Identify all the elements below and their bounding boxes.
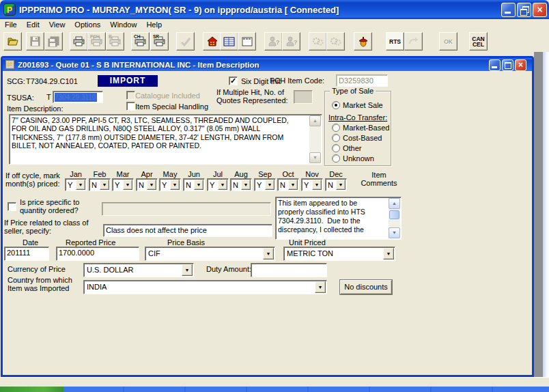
dialog-title: Z001693 - Quote 01 - S B INTERNATIONAL I… bbox=[18, 61, 259, 69]
quantity-field bbox=[102, 202, 271, 216]
cost-based-radio[interactable] bbox=[332, 134, 340, 142]
scroll-down-icon[interactable]: ▼ bbox=[309, 152, 321, 163]
market-based-radio[interactable] bbox=[332, 124, 340, 132]
chevron-down-icon[interactable]: ▼ bbox=[194, 180, 203, 190]
dialog-minimize-button[interactable] bbox=[489, 59, 501, 71]
chevron-down-icon[interactable]: ▼ bbox=[383, 248, 394, 260]
month-value: N bbox=[139, 181, 144, 189]
month-priced-dropdown-sep[interactable]: Y▼ bbox=[254, 178, 276, 191]
class-of-seller-label: If Price related to class of seller, spe… bbox=[4, 219, 89, 235]
class-of-seller-field[interactable]: Class does not affect the price bbox=[103, 224, 272, 237]
month-priced-dropdown-may[interactable]: Y▼ bbox=[159, 178, 181, 191]
dialog-close-button[interactable]: × bbox=[515, 59, 526, 71]
menu-item-edit[interactable]: Edit bbox=[22, 20, 44, 29]
toolbar-window-button[interactable] bbox=[238, 32, 256, 51]
item-comments-textarea[interactable]: This item appeared to be properly classi… bbox=[275, 197, 402, 240]
item-special-handling-checkbox[interactable] bbox=[126, 102, 135, 111]
unit-priced-label: Unit Priced bbox=[289, 238, 326, 247]
chevron-down-icon[interactable]: ▼ bbox=[315, 281, 326, 293]
menu-item-help[interactable]: Help bbox=[141, 20, 167, 29]
start-button[interactable] bbox=[0, 387, 64, 392]
close-icon: × bbox=[516, 60, 526, 70]
chevron-down-icon[interactable]: ▼ bbox=[265, 180, 274, 190]
chevron-down-icon[interactable]: ▼ bbox=[170, 180, 180, 190]
toolbar-print-sr-button[interactable]: SR bbox=[150, 32, 169, 51]
month-priced-dropdown-jul[interactable]: Y▼ bbox=[207, 178, 229, 191]
month-priced-dropdown-dec[interactable]: N▼ bbox=[325, 178, 347, 191]
minimize-button[interactable] bbox=[501, 3, 516, 17]
app-icon: P bbox=[3, 3, 16, 16]
chevron-down-icon[interactable]: ▼ bbox=[147, 180, 156, 190]
tsusa-field[interactable]: 7304.29.3110 bbox=[53, 91, 103, 103]
other-label: Other bbox=[343, 144, 362, 152]
toolbar-rts-button[interactable]: RTS bbox=[386, 32, 404, 51]
market-sale-radio[interactable] bbox=[332, 101, 340, 109]
month-label-aug: Aug bbox=[229, 170, 253, 178]
date-label: Date bbox=[23, 238, 38, 247]
close-button[interactable]: × bbox=[533, 3, 547, 17]
toolbar-home-button[interactable] bbox=[203, 32, 221, 51]
chevron-down-icon[interactable]: ▼ bbox=[241, 180, 251, 190]
chevron-down-icon[interactable]: ▼ bbox=[218, 180, 227, 190]
menubar: FileEditViewOptionsWindowHelp bbox=[0, 19, 549, 30]
market-based-label: Market-Based bbox=[343, 124, 389, 132]
chevron-down-icon[interactable]: ▼ bbox=[100, 180, 109, 190]
scg-value: T7304.29.C101 bbox=[26, 77, 78, 85]
toolbar-print-ch-button[interactable]: CH bbox=[131, 32, 150, 51]
chevron-down-icon[interactable]: ▼ bbox=[263, 248, 274, 260]
month-priced-dropdown-mar[interactable]: Y▼ bbox=[112, 178, 134, 191]
month-priced-dropdown-jan[interactable]: Y▼ bbox=[65, 178, 87, 191]
dialog-maximize-button[interactable] bbox=[502, 59, 513, 71]
item-description-scrollbar[interactable]: ▲ ▼ bbox=[309, 115, 321, 163]
toolbar-grid-button[interactable] bbox=[220, 32, 238, 51]
menu-item-view[interactable]: View bbox=[44, 20, 70, 29]
toolbar-print-button[interactable] bbox=[70, 32, 88, 51]
app-title: IPPPRIMO PRO - MURRAY_MYRON( SR - 9) on … bbox=[19, 5, 339, 15]
date-field[interactable]: 201111 bbox=[4, 247, 49, 261]
month-label-sep: Sep bbox=[253, 170, 277, 178]
chevron-down-icon[interactable]: ▼ bbox=[336, 180, 346, 190]
month-priced-dropdown-aug[interactable]: N▼ bbox=[230, 178, 252, 191]
chevron-down-icon[interactable]: ▼ bbox=[123, 180, 132, 190]
item-comments-scrollbar[interactable]: ▲ ▼ bbox=[389, 198, 400, 238]
reported-price-field[interactable]: 1700.0000 bbox=[56, 247, 139, 261]
month-value: Y bbox=[162, 181, 167, 189]
price-specific-checkbox[interactable] bbox=[8, 202, 16, 211]
country-dropdown[interactable]: INDIA ▼ bbox=[83, 280, 327, 294]
minimize-icon bbox=[505, 12, 511, 14]
chevron-down-icon[interactable]: ▼ bbox=[76, 180, 85, 190]
six-digit-init-checkbox[interactable]: ✓ bbox=[229, 76, 238, 85]
price-basis-dropdown[interactable]: CIF ▼ bbox=[145, 247, 275, 261]
month-priced-dropdown-apr[interactable]: N▼ bbox=[136, 178, 158, 191]
pch-item-code-label: PCH Item Code: bbox=[270, 76, 324, 85]
menu-item-window[interactable]: Window bbox=[105, 20, 141, 29]
toolbar-acorn-button[interactable] bbox=[354, 32, 372, 51]
toolbar-cancel-button[interactable]: CAN CEL bbox=[469, 32, 488, 51]
scrollbar-thumb[interactable] bbox=[389, 210, 399, 219]
no-discounts-button[interactable]: No discounts bbox=[340, 280, 392, 294]
month-priced-dropdown-oct[interactable]: N▼ bbox=[277, 178, 299, 191]
scroll-up-icon[interactable]: ▲ bbox=[309, 115, 321, 126]
item-description-textarea[interactable]: 7'' CASING, 23.00 PPF, API-5 CT, R3, LTC… bbox=[9, 114, 322, 165]
toolbar-open-button[interactable] bbox=[3, 32, 22, 51]
restore-button[interactable] bbox=[517, 3, 531, 17]
chevron-down-icon[interactable]: ▼ bbox=[182, 264, 193, 276]
mdi-vertical-scrollbar[interactable] bbox=[543, 52, 549, 379]
taskbar[interactable] bbox=[0, 387, 549, 392]
month-label-apr: Apr bbox=[135, 170, 158, 178]
month-priced-dropdown-jun[interactable]: N▼ bbox=[183, 178, 205, 191]
unknown-radio[interactable] bbox=[332, 154, 340, 163]
menu-item-file[interactable]: File bbox=[0, 20, 22, 29]
unit-priced-dropdown[interactable]: METRIC TON ▼ bbox=[283, 247, 395, 261]
catalogue-included-checkbox bbox=[126, 91, 135, 100]
currency-dropdown[interactable]: U.S. DOLLAR ▼ bbox=[83, 263, 194, 277]
scroll-down-icon[interactable]: ▼ bbox=[389, 227, 400, 238]
menu-item-options[interactable]: Options bbox=[70, 20, 105, 29]
other-radio[interactable] bbox=[332, 144, 340, 152]
chevron-down-icon[interactable]: ▼ bbox=[288, 180, 298, 190]
month-priced-dropdown-nov[interactable]: Y▼ bbox=[301, 178, 323, 191]
scroll-up-icon[interactable]: ▲ bbox=[389, 198, 400, 209]
month-priced-dropdown-feb[interactable]: N▼ bbox=[89, 178, 111, 191]
chevron-down-icon[interactable]: ▼ bbox=[312, 180, 322, 190]
duty-amount-field[interactable] bbox=[251, 263, 327, 277]
